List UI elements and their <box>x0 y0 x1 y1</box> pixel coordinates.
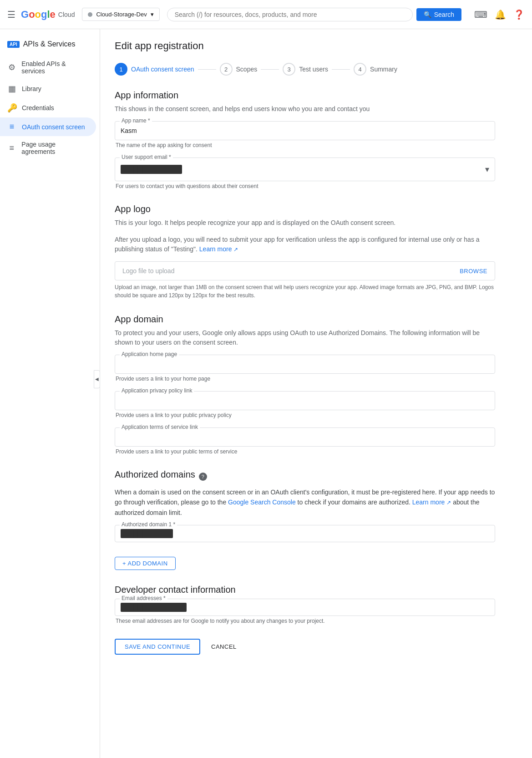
logo-upload-group: Logo file to upload BROWSE Upload an ima… <box>115 261 495 300</box>
page-title: Edit app registration <box>115 40 495 52</box>
terms-of-service-input[interactable] <box>121 432 489 443</box>
home-page-hint: Provide users a link to your home page <box>115 376 495 382</box>
main-content: Edit app registration 1 OAuth consent sc… <box>100 29 510 758</box>
save-continue-button[interactable]: SAVE AND CONTINUE <box>115 639 200 655</box>
app-name-input[interactable] <box>121 125 489 136</box>
sidebar-item-page-usage[interactable]: ≡ Page usage agreements <box>0 136 96 160</box>
project-selector[interactable]: Cloud-Storage-Dev ▾ <box>82 8 159 21</box>
step-2: 2 Scopes <box>220 63 258 76</box>
step-line-1 <box>198 69 216 70</box>
step-3-label[interactable]: Test users <box>299 66 328 73</box>
developer-contact-section: Developer contact information Email addr… <box>115 585 495 624</box>
privacy-policy-input[interactable] <box>121 395 489 406</box>
terminal-icon[interactable]: ⌨ <box>474 9 487 20</box>
steps-bar: 1 OAuth consent screen 2 Scopes 3 Test u… <box>115 63 495 76</box>
app-name-hint: The name of the app asking for consent <box>115 142 495 148</box>
sidebar-item-label: Library <box>22 85 41 92</box>
authorized-domain-input[interactable] <box>177 530 489 537</box>
home-page-wrapper: Application home page <box>115 355 495 374</box>
privacy-policy-group: Application privacy policy link Provide … <box>115 391 495 418</box>
sidebar-item-label: Credentials <box>22 104 54 112</box>
app-logo-desc2: After you upload a logo, you will need t… <box>115 235 495 254</box>
app-domain-desc: To protect you and your users, Google on… <box>115 328 495 347</box>
google-search-console-link[interactable]: Google Search Console <box>228 499 296 506</box>
privacy-policy-label: Application privacy policy link <box>120 387 194 394</box>
step-1-label[interactable]: OAuth consent screen <box>131 66 194 73</box>
project-dot-icon <box>88 12 92 17</box>
step-4: 4 Summary <box>354 63 397 76</box>
sidebar-item-label: OAuth consent screen <box>22 123 85 131</box>
sidebar-item-label: Page usage agreements <box>21 141 89 155</box>
logo-upload-box: Logo file to upload BROWSE <box>115 261 495 280</box>
terms-of-service-group: Application terms of service link Provid… <box>115 427 495 455</box>
learn-more-link[interactable]: Learn more <box>199 245 232 253</box>
chevron-down-icon: ▾ <box>485 164 489 174</box>
app-body: API APIs & Services ⚙ Enabled APIs & ser… <box>0 29 532 758</box>
logo-hint: Upload an image, not larger than 1MB on … <box>115 283 495 300</box>
authorized-domains-section: Authorized domains ? When a domain is us… <box>115 469 495 570</box>
user-support-select[interactable]: ████████████ ▾ <box>115 158 495 181</box>
sidebar-item-oauth[interactable]: ≡ OAuth consent screen <box>0 117 96 136</box>
developer-contact-title: Developer contact information <box>115 585 495 595</box>
enabled-icon: ⚙ <box>7 62 16 72</box>
sidebar-item-credentials[interactable]: 🔑 Credentials <box>0 98 96 117</box>
step-1-circle: 1 <box>115 63 127 76</box>
auth-domain-title-row: Authorized domains ? <box>115 469 495 483</box>
sidebar-collapse-toggle[interactable]: ◀ <box>94 370 100 388</box>
app-info-title: App information <box>115 90 495 101</box>
user-support-wrapper: User support email ████████████ ▾ <box>115 158 495 181</box>
collapse-icon: ◀ <box>95 376 99 382</box>
step-1: 1 OAuth consent screen <box>115 63 194 76</box>
library-icon: ▦ <box>7 84 16 94</box>
cloud-text: Cloud <box>58 11 75 18</box>
learn-more-domains-link[interactable]: Learn more <box>412 499 445 506</box>
step-2-circle: 2 <box>220 63 233 76</box>
app-name-wrapper: App name <box>115 121 495 140</box>
home-page-input[interactable] <box>121 359 489 370</box>
step-line-3 <box>332 69 350 70</box>
add-domain-button[interactable]: + ADD DOMAIN <box>115 557 176 570</box>
step-4-circle: 4 <box>354 63 366 76</box>
search-input[interactable] <box>175 11 405 18</box>
terms-of-service-wrapper: Application terms of service link <box>115 427 495 447</box>
chevron-down-icon: ▾ <box>151 11 154 18</box>
logo-placeholder: Logo file to upload <box>122 267 174 275</box>
step-line-2 <box>261 69 279 70</box>
authorized-domain-wrapper: Authorized domain 1 ██████████ <box>115 525 495 542</box>
user-support-hint: For users to contact you with questions … <box>115 183 495 189</box>
email-addresses-group: Email addresses █████████████ These emai… <box>115 599 495 624</box>
home-page-group: Application home page Provide users a li… <box>115 355 495 382</box>
app-logo-title: App logo <box>115 204 495 214</box>
help-icon[interactable]: ❓ <box>513 9 525 20</box>
search-button[interactable]: 🔍 Search <box>416 8 461 21</box>
step-2-label[interactable]: Scopes <box>236 66 258 73</box>
google-logo: Google <box>21 9 56 20</box>
auth-domain-desc: When a domain is used on the consent scr… <box>115 487 495 518</box>
email-addresses-value: █████████████ <box>121 603 187 612</box>
sidebar-header: API APIs & Services <box>0 35 100 56</box>
sidebar-item-library[interactable]: ▦ Library <box>0 79 96 98</box>
sidebar-title: APIs & Services <box>23 40 76 48</box>
home-page-label: Application home page <box>120 351 179 357</box>
cancel-button[interactable]: CANCEL <box>208 640 240 654</box>
user-support-group: User support email ████████████ ▾ For us… <box>115 158 495 189</box>
credentials-icon: 🔑 <box>7 103 16 113</box>
user-support-label: User support email <box>120 154 173 160</box>
sidebar-item-label: Enabled APIs & services <box>21 60 89 75</box>
email-addresses-label: Email addresses <box>120 595 167 601</box>
terms-of-service-hint: Provide users a link to your public term… <box>115 448 495 455</box>
actions-bar: SAVE AND CONTINUE CANCEL <box>115 639 495 669</box>
app-name-label: App name <box>120 117 152 124</box>
hamburger-icon[interactable]: ☰ <box>7 9 15 20</box>
step-3-circle: 3 <box>283 63 295 76</box>
help-circle-icon[interactable]: ? <box>199 473 207 481</box>
search-icon: 🔍 <box>424 11 431 18</box>
oauth-icon: ≡ <box>7 122 16 132</box>
terms-of-service-label: Application terms of service link <box>120 424 200 430</box>
browse-button[interactable]: BROWSE <box>460 268 487 275</box>
app-logo-desc1: This is your logo. It helps people recog… <box>115 218 495 228</box>
bell-icon[interactable]: 🔔 <box>495 9 506 20</box>
sidebar-item-enabled[interactable]: ⚙ Enabled APIs & services <box>0 56 96 79</box>
step-4-label[interactable]: Summary <box>370 66 397 73</box>
search-bar <box>167 8 413 21</box>
